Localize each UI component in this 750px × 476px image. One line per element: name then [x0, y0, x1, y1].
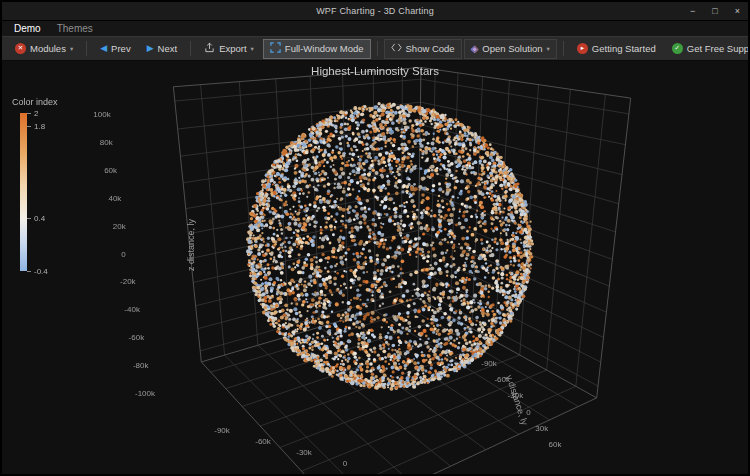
code-icon	[391, 42, 402, 55]
legend-tick-mark	[27, 271, 31, 272]
get-free-support-button[interactable]: ✓ Get Free Support	[665, 39, 750, 59]
legend-gradient-bar	[20, 113, 27, 271]
next-button[interactable]: ▶ Next	[140, 39, 184, 59]
z-axis-tick-label: 20k	[113, 221, 126, 230]
menu-item-demo[interactable]: Demo	[14, 23, 41, 34]
window-controls: − □ ×	[690, 2, 740, 20]
prev-arrow-icon: ◀	[100, 44, 107, 53]
window-title: WPF Charting - 3D Charting	[2, 6, 748, 16]
support-icon: ✓	[672, 43, 683, 54]
menu-item-themes[interactable]: Themes	[57, 23, 93, 34]
getting-started-button[interactable]: ▸ Getting Started	[570, 39, 663, 59]
chevron-down-icon: ▾	[251, 45, 254, 53]
next-label: Next	[158, 43, 178, 54]
export-icon	[204, 42, 215, 55]
chevron-down-icon: ▾	[70, 45, 73, 53]
z-axis-tick-label: -60k	[129, 333, 145, 342]
show-code-label: Show Code	[406, 43, 455, 54]
z-axis-tick-label: 40k	[108, 193, 121, 202]
y-axis-tick-label: 60k	[549, 440, 562, 449]
toolbar-separator	[190, 41, 191, 56]
legend-tick-label: -0.4	[34, 267, 48, 276]
z-axis-tick-label: 60k	[104, 165, 117, 174]
legend-tick-label: 1.8	[34, 122, 45, 131]
export-button[interactable]: Export ▾	[197, 39, 261, 59]
z-axis-tick-label: -20k	[120, 277, 136, 286]
export-label: Export	[219, 43, 246, 54]
titlebar[interactable]: WPF Charting - 3D Charting − □ ×	[2, 2, 748, 21]
z-axis-title: z distance, ly	[186, 219, 196, 271]
modules-label: Modules	[30, 43, 66, 54]
full-window-mode-button[interactable]: Full-Window Mode	[263, 39, 371, 59]
toolbar-separator	[377, 41, 378, 56]
modules-icon: ✕	[15, 43, 26, 54]
legend-tick-mark	[27, 218, 31, 219]
get-free-support-label: Get Free Support	[687, 43, 750, 54]
chevron-down-icon: ▾	[547, 45, 550, 53]
chart-panel: Highest-Luminosity Stars Color index 21.…	[2, 61, 748, 474]
y-axis-tick-label: 30k	[535, 423, 548, 432]
y-axis-tick-label: -30k	[508, 391, 524, 400]
y-axis-tick-label: 0	[526, 407, 530, 416]
z-axis-tick-label: 80k	[100, 137, 113, 146]
x-axis-tick-label: -60k	[255, 437, 271, 446]
legend-title: Color index	[12, 97, 58, 107]
solution-icon: ◈	[471, 44, 479, 54]
open-solution-label: Open Solution	[482, 43, 542, 54]
legend-tick-label: 2	[34, 109, 38, 118]
full-window-icon	[270, 42, 281, 55]
legend-tick-mark	[27, 113, 31, 114]
close-button[interactable]: ×	[735, 7, 740, 16]
y-axis-tick-label: -60k	[494, 375, 510, 384]
z-axis-tick-label: -80k	[133, 361, 149, 370]
z-axis-tick-label: -40k	[124, 305, 140, 314]
modules-button[interactable]: ✕ Modules ▾	[8, 39, 80, 59]
next-arrow-icon: ▶	[147, 44, 154, 53]
y-axis-tick-label: -90k	[481, 359, 497, 368]
getting-started-label: Getting Started	[592, 43, 656, 54]
open-solution-button[interactable]: ◈ Open Solution ▾	[464, 39, 557, 59]
x-axis-tick-label: -30k	[296, 448, 312, 457]
toolbar-separator	[86, 41, 87, 56]
chart-title: Highest-Luminosity Stars	[2, 65, 748, 77]
z-axis-tick-label: -100k	[135, 389, 155, 398]
maximize-button[interactable]: □	[712, 7, 717, 16]
legend-tick-label: 0.4	[34, 214, 45, 223]
getting-started-icon: ▸	[577, 43, 588, 54]
prev-button[interactable]: ◀ Prev	[93, 39, 137, 59]
x-axis-tick-label: -90k	[214, 426, 230, 435]
x-axis-tick-label: 0	[343, 459, 347, 468]
show-code-button[interactable]: Show Code	[384, 39, 462, 59]
toolbar-separator	[563, 41, 564, 56]
z-axis-tick-label: 0	[121, 249, 125, 258]
z-axis-tick-label: 100k	[93, 110, 110, 119]
minimize-button[interactable]: −	[690, 7, 695, 16]
app-window: WPF Charting - 3D Charting − □ × Demo Th…	[0, 0, 750, 476]
legend-tick-mark	[27, 126, 31, 127]
menubar: Demo Themes	[2, 21, 748, 36]
prev-label: Prev	[111, 43, 131, 54]
full-window-label: Full-Window Mode	[285, 43, 364, 54]
toolbar: ✕ Modules ▾ ◀ Prev ▶ Next Export ▾ Full-…	[2, 36, 748, 61]
chart-3d-viewport[interactable]	[2, 61, 748, 474]
